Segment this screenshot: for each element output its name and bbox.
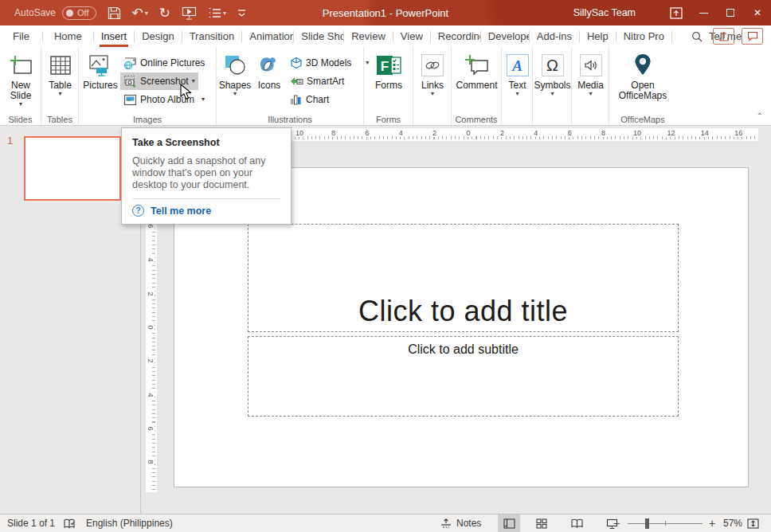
reading-view-button[interactable] bbox=[566, 514, 588, 532]
account-name[interactable]: SillySac Team bbox=[573, 7, 636, 18]
tab-add-ins[interactable]: Add-ins bbox=[530, 25, 579, 47]
svg-text:F: F bbox=[381, 59, 389, 74]
fit-slide-button[interactable] bbox=[747, 514, 759, 532]
tab-review[interactable]: Review bbox=[344, 25, 393, 47]
subtitle-placeholder-text: Click to add subtitle bbox=[408, 342, 519, 357]
redo-icon: ↻ bbox=[159, 6, 170, 20]
media-button[interactable]: Media ▾ bbox=[572, 47, 609, 97]
smartart-button[interactable]: SmartArt bbox=[287, 72, 347, 90]
language-status[interactable]: English (Philippines) bbox=[86, 514, 173, 532]
proofing-book-icon bbox=[64, 518, 76, 529]
numbering-button[interactable]: ▾ bbox=[208, 7, 226, 19]
icons-label: Icons bbox=[258, 80, 281, 91]
title-placeholder[interactable]: Click to add title bbox=[248, 224, 679, 332]
reading-view-icon bbox=[571, 518, 583, 529]
smartart-label: SmartArt bbox=[307, 76, 344, 87]
table-button[interactable]: Table ▾ bbox=[41, 47, 79, 97]
notes-label: Notes bbox=[456, 518, 481, 529]
autosave-toggle[interactable]: Off bbox=[62, 6, 96, 20]
tab-developer[interactable]: Developer bbox=[481, 25, 529, 47]
start-from-beginning-button[interactable] bbox=[182, 6, 197, 20]
spell-check-button[interactable] bbox=[64, 514, 76, 532]
tab-recording[interactable]: Recording bbox=[431, 25, 480, 47]
3d-models-button[interactable]: 3D Models ▾ bbox=[287, 54, 372, 72]
share-button[interactable] bbox=[713, 28, 734, 45]
tab-home[interactable]: Home bbox=[43, 25, 93, 47]
close-button[interactable]: ✕ bbox=[744, 0, 771, 25]
group-links: Links ▾ bbox=[413, 47, 452, 125]
collapse-ribbon-button[interactable]: ⌃ bbox=[757, 111, 763, 120]
forms-label: Forms bbox=[375, 80, 402, 91]
group-caption-forms: Forms bbox=[364, 115, 413, 124]
autosave-state: Off bbox=[77, 8, 88, 18]
tab-view[interactable]: View bbox=[393, 25, 430, 47]
status-bar: Slide 1 of 1 English (Philippines) Notes… bbox=[0, 514, 771, 532]
tab-insert[interactable]: Insert bbox=[94, 25, 135, 47]
comments-pane-button[interactable] bbox=[742, 28, 763, 45]
text-caret-icon: ▾ bbox=[515, 91, 519, 97]
customize-qat-button[interactable] bbox=[237, 9, 246, 17]
undo-button[interactable]: ↶ ▾ bbox=[132, 6, 148, 20]
screenshot-tooltip: Take a Screenshot Quickly add a snapshot… bbox=[121, 127, 292, 225]
slide-thumbnail-number: 1 bbox=[7, 135, 13, 147]
slide-thumbnail-1[interactable] bbox=[24, 136, 121, 201]
zoom-slider-thumb[interactable] bbox=[645, 518, 649, 529]
search-icon bbox=[691, 31, 703, 42]
slideshow-icon bbox=[182, 6, 197, 20]
comment-button[interactable]: Comment bbox=[452, 47, 502, 91]
autosave-control[interactable]: AutoSave Off bbox=[14, 6, 96, 20]
slide-sorter-view-button[interactable] bbox=[530, 514, 553, 532]
tab-file[interactable]: File bbox=[0, 25, 42, 47]
pictures-button[interactable]: Pictures bbox=[80, 47, 120, 91]
subtitle-placeholder[interactable]: Click to add subtitle bbox=[248, 336, 679, 417]
numbering-dropdown-caret-icon[interactable]: ▾ bbox=[223, 10, 226, 17]
slide-counter[interactable]: Slide 1 of 1 bbox=[7, 514, 55, 532]
new-comment-icon bbox=[464, 54, 491, 76]
pictures-icon bbox=[88, 54, 112, 76]
undo-dropdown-caret-icon[interactable]: ▾ bbox=[145, 10, 148, 17]
text-button[interactable]: A Text ▾ bbox=[502, 47, 533, 97]
notes-button[interactable]: Notes bbox=[440, 514, 481, 532]
screenshot-caret-icon[interactable]: ▾ bbox=[192, 78, 195, 84]
map-pin-icon bbox=[633, 53, 652, 77]
icons-button[interactable]: Icons bbox=[253, 47, 285, 91]
online-pictures-button[interactable]: Online Pictures bbox=[120, 54, 208, 72]
new-slide-button[interactable]: New Slide ▾ bbox=[0, 47, 41, 108]
photo-album-icon bbox=[123, 94, 137, 106]
group-caption-tables: Tables bbox=[41, 115, 78, 124]
forms-button[interactable]: F Forms bbox=[364, 47, 413, 91]
redo-button[interactable]: ↻ bbox=[159, 6, 170, 20]
ribbon-display-options-button[interactable] bbox=[663, 0, 690, 25]
customize-toolbar-icon bbox=[237, 9, 246, 17]
save-button[interactable] bbox=[108, 6, 121, 20]
group-caption-illustrations: Illustrations bbox=[217, 115, 363, 124]
open-officemaps-button[interactable]: Open OfficeMaps bbox=[609, 47, 676, 101]
tab-help[interactable]: Help bbox=[580, 25, 616, 47]
tab-design[interactable]: Design bbox=[135, 25, 181, 47]
normal-view-icon bbox=[503, 518, 515, 529]
tab-slide-show[interactable]: Slide Show bbox=[294, 25, 343, 47]
symbols-button[interactable]: Ω Symbols ▾ bbox=[533, 47, 572, 97]
minimize-button[interactable] bbox=[690, 0, 717, 25]
normal-view-button[interactable] bbox=[498, 514, 520, 532]
zoom-in-button[interactable]: + bbox=[709, 514, 715, 532]
shapes-button[interactable]: Shapes ▾ bbox=[217, 47, 253, 97]
tell-me-more-link[interactable]: ? Tell me more bbox=[132, 205, 280, 217]
zoom-percentage[interactable]: 57% bbox=[723, 514, 742, 532]
links-button[interactable]: Links ▾ bbox=[413, 47, 452, 97]
chart-icon bbox=[290, 94, 303, 105]
open-officemaps-label: Open OfficeMaps bbox=[616, 80, 669, 101]
forms-icon: F bbox=[375, 54, 402, 76]
zoom-out-button[interactable]: − bbox=[613, 514, 620, 532]
group-caption-comments: Comments bbox=[452, 115, 501, 124]
photo-album-caret-icon[interactable]: ▾ bbox=[202, 96, 205, 103]
tab-transition[interactable]: Transition bbox=[182, 25, 242, 47]
group-tables: Table ▾ Tables bbox=[41, 47, 79, 125]
group-caption-images: Images bbox=[79, 115, 216, 124]
tab-nitro-pro[interactable]: Nitro Pro bbox=[616, 25, 671, 47]
tab-animation[interactable]: Animation bbox=[242, 25, 293, 47]
maximize-button[interactable] bbox=[717, 0, 744, 25]
ribbon-display-options-icon bbox=[670, 7, 683, 19]
group-caption-officemaps: OfficeMaps bbox=[609, 115, 676, 124]
chart-button[interactable]: Chart bbox=[287, 91, 332, 108]
